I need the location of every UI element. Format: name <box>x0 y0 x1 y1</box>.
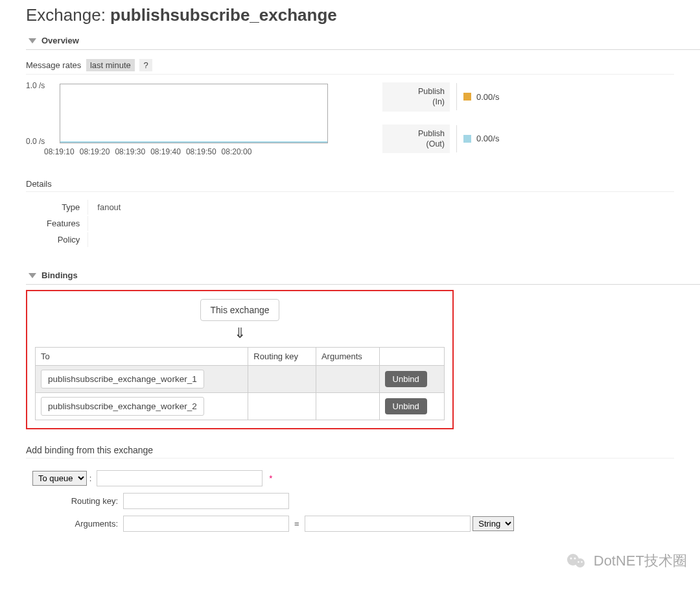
detail-features-label: Features <box>27 216 86 231</box>
down-arrow-icon: ⇓ <box>35 325 445 342</box>
binding-arguments <box>316 366 379 393</box>
detail-policy-value <box>88 232 130 247</box>
swatch-publish-out <box>463 135 471 143</box>
chart-legend: Publish (In) 0.00/s Publish (Out) 0.00/s <box>382 82 499 166</box>
overview-heading: Overview <box>41 36 79 45</box>
message-rates-label: Message rates <box>26 60 81 70</box>
routing-key-label: Routing key: <box>26 496 123 506</box>
col-arguments: Arguments <box>316 348 379 366</box>
legend-publish-in: Publish (In) 0.00/s <box>382 82 499 112</box>
y-tick-bottom: 0.0 /s <box>26 137 45 146</box>
title-exchange-name: publishsubscribe_exchange <box>110 5 337 25</box>
argument-value-input[interactable] <box>305 516 471 532</box>
bindings-section-toggle[interactable]: Bindings <box>26 267 700 285</box>
equals-sign: = <box>294 519 299 529</box>
swatch-publish-in <box>463 93 471 101</box>
bindings-highlight-box: This exchange ⇓ To Routing key Arguments… <box>26 290 454 429</box>
help-icon[interactable]: ? <box>139 59 152 71</box>
x-ticks: 08:19:10 08:19:20 08:19:30 08:19:40 08:1… <box>44 147 334 156</box>
chart-series-line <box>60 141 327 143</box>
rates-chart: 1.0 /s 0.0 /s 08:19:10 08:19:20 08:19:30… <box>26 82 331 160</box>
overview-section-toggle[interactable]: Overview <box>26 32 700 50</box>
detail-features-value <box>88 216 130 231</box>
col-routing-key: Routing key <box>248 348 316 366</box>
col-to: To <box>36 348 248 366</box>
details-table: Type fanout Features Policy <box>26 198 131 248</box>
binding-routing-key <box>248 366 316 393</box>
bindings-table: To Routing key Arguments publishsubscrib… <box>35 347 445 420</box>
destination-input[interactable] <box>97 470 262 486</box>
binding-arguments <box>316 393 379 420</box>
required-marker: * <box>269 473 272 483</box>
title-prefix: Exchange: <box>26 5 110 25</box>
bindings-heading: Bindings <box>41 270 78 280</box>
y-tick-top: 1.0 /s <box>26 81 45 90</box>
chevron-down-icon <box>29 38 36 43</box>
col-action <box>379 348 444 366</box>
table-row: publishsubscribe_exchange_worker_2 Unbin… <box>36 393 445 420</box>
unbind-button[interactable]: Unbind <box>385 398 427 414</box>
add-binding-heading: Add binding from this exchange <box>26 445 674 459</box>
chart-plot-area <box>60 84 328 143</box>
unbind-button[interactable]: Unbind <box>385 371 427 387</box>
message-rates-line: Message rates last minute ? <box>26 59 674 75</box>
binding-routing-key <box>248 393 316 420</box>
detail-policy-label: Policy <box>27 232 86 247</box>
detail-type-label: Type <box>27 200 86 215</box>
binding-queue-link[interactable]: publishsubscribe_exchange_worker_2 <box>41 397 204 416</box>
argument-type-select[interactable]: String <box>472 516 514 531</box>
binding-queue-link[interactable]: publishsubscribe_exchange_worker_1 <box>41 370 204 388</box>
arguments-label: Arguments: <box>26 519 123 529</box>
page-title: Exchange: publishsubscribe_exchange <box>26 5 674 25</box>
routing-key-input[interactable] <box>123 493 289 509</box>
time-range-tag[interactable]: last minute <box>86 59 135 71</box>
rate-publish-out: 0.00/s <box>476 134 499 143</box>
chevron-down-icon <box>29 273 36 278</box>
rate-publish-in: 0.00/s <box>476 92 499 102</box>
details-heading: Details <box>26 179 674 192</box>
destination-type-select[interactable]: To queue <box>32 471 87 486</box>
this-exchange-box: This exchange <box>200 299 279 321</box>
legend-publish-out: Publish (Out) 0.00/s <box>382 125 499 154</box>
detail-type-value: fanout <box>88 200 130 215</box>
argument-key-input[interactable] <box>123 516 289 532</box>
table-row: publishsubscribe_exchange_worker_1 Unbin… <box>36 366 445 393</box>
